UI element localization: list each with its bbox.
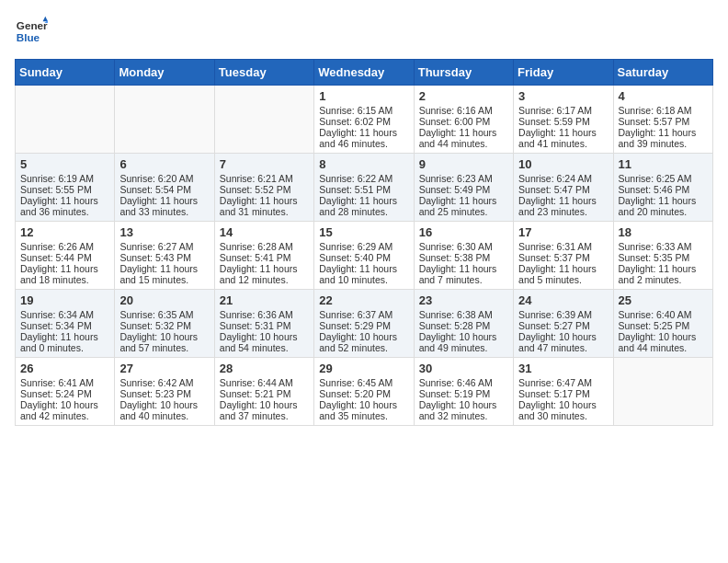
daylight-text: Daylight: 10 hours and 54 minutes. [220,331,309,353]
weekday-header-wednesday: Wednesday [314,60,414,86]
day-number: 8 [319,157,408,171]
sunrise-text: Sunrise: 6:44 AM [220,377,309,388]
day-number: 9 [419,157,508,171]
daylight-text: Daylight: 11 hours and 10 minutes. [319,263,408,285]
daylight-text: Daylight: 11 hours and 46 minutes. [319,127,408,149]
daylight-text: Daylight: 11 hours and 18 minutes. [20,263,109,285]
sunrise-text: Sunrise: 6:31 AM [518,241,608,252]
daylight-text: Daylight: 11 hours and 7 minutes. [419,263,508,285]
daylight-text: Daylight: 11 hours and 41 minutes. [518,127,608,149]
sunrise-text: Sunrise: 6:46 AM [419,377,508,388]
day-number: 7 [220,157,309,171]
daylight-text: Daylight: 10 hours and 42 minutes. [20,399,109,421]
calendar-cell: 6Sunrise: 6:20 AMSunset: 5:54 PMDaylight… [115,154,214,222]
calendar-week-3: 12Sunrise: 6:26 AMSunset: 5:44 PMDayligh… [16,222,713,290]
weekday-header-row: SundayMondayTuesdayWednesdayThursdayFrid… [16,60,713,86]
day-number: 16 [419,225,508,239]
sunrise-text: Sunrise: 6:37 AM [319,309,408,320]
day-number: 31 [518,362,608,375]
calendar-cell: 8Sunrise: 6:22 AMSunset: 5:51 PMDaylight… [314,154,414,222]
logo-icon: General Blue [15,15,48,48]
daylight-text: Daylight: 11 hours and 20 minutes. [619,195,708,217]
sunrise-text: Sunrise: 6:47 AM [518,377,608,388]
daylight-text: Daylight: 11 hours and 31 minutes. [220,195,309,217]
sunrise-text: Sunrise: 6:19 AM [20,173,109,184]
calendar-cell: 2Sunrise: 6:16 AMSunset: 6:00 PMDaylight… [414,86,513,154]
daylight-text: Daylight: 10 hours and 37 minutes. [220,399,309,421]
day-number: 29 [319,362,408,375]
sunset-text: Sunset: 5:52 PM [220,184,309,195]
day-number: 6 [119,157,209,171]
calendar-cell: 31Sunrise: 6:47 AMSunset: 5:17 PMDayligh… [514,358,613,426]
day-number: 13 [119,225,209,239]
calendar-cell: 11Sunrise: 6:25 AMSunset: 5:46 PMDayligh… [613,154,712,222]
calendar-cell: 17Sunrise: 6:31 AMSunset: 5:37 PMDayligh… [514,222,613,290]
sunrise-text: Sunrise: 6:26 AM [20,241,109,252]
calendar-cell: 27Sunrise: 6:42 AMSunset: 5:23 PMDayligh… [115,358,214,426]
calendar-week-5: 26Sunrise: 6:41 AMSunset: 5:24 PMDayligh… [16,358,713,426]
calendar-cell: 23Sunrise: 6:38 AMSunset: 5:28 PMDayligh… [414,290,513,358]
day-number: 22 [319,293,408,307]
sunrise-text: Sunrise: 6:42 AM [119,377,209,388]
sunrise-text: Sunrise: 6:38 AM [419,309,508,320]
sunset-text: Sunset: 5:57 PM [619,116,708,127]
calendar-cell: 4Sunrise: 6:18 AMSunset: 5:57 PMDaylight… [613,86,712,154]
sunset-text: Sunset: 5:31 PM [220,320,309,331]
day-number: 15 [319,225,408,239]
weekday-header-thursday: Thursday [414,60,513,86]
daylight-text: Daylight: 11 hours and 44 minutes. [419,127,508,149]
calendar-cell: 30Sunrise: 6:46 AMSunset: 5:19 PMDayligh… [414,358,513,426]
sunset-text: Sunset: 5:32 PM [119,320,209,331]
weekday-header-sunday: Sunday [16,60,115,86]
calendar-cell: 20Sunrise: 6:35 AMSunset: 5:32 PMDayligh… [115,290,214,358]
sunrise-text: Sunrise: 6:23 AM [419,173,508,184]
daylight-text: Daylight: 11 hours and 2 minutes. [619,263,708,285]
day-number: 23 [419,293,508,307]
calendar-week-1: 1Sunrise: 6:15 AMSunset: 6:02 PMDaylight… [16,86,713,154]
sunrise-text: Sunrise: 6:20 AM [119,173,209,184]
sunset-text: Sunset: 5:34 PM [20,320,109,331]
sunset-text: Sunset: 5:25 PM [619,320,708,331]
day-number: 25 [619,293,708,307]
calendar-cell [214,86,313,154]
sunset-text: Sunset: 5:17 PM [518,388,608,399]
sunset-text: Sunset: 5:23 PM [119,388,209,399]
calendar-cell: 3Sunrise: 6:17 AMSunset: 5:59 PMDaylight… [514,86,613,154]
daylight-text: Daylight: 10 hours and 30 minutes. [518,399,608,421]
sunset-text: Sunset: 6:00 PM [419,116,508,127]
day-number: 3 [518,89,608,103]
calendar-cell: 26Sunrise: 6:41 AMSunset: 5:24 PMDayligh… [16,358,115,426]
calendar-cell: 18Sunrise: 6:33 AMSunset: 5:35 PMDayligh… [613,222,712,290]
calendar-cell: 9Sunrise: 6:23 AMSunset: 5:49 PMDaylight… [414,154,513,222]
sunrise-text: Sunrise: 6:28 AM [220,241,309,252]
day-number: 17 [518,225,608,239]
day-number: 1 [319,89,408,103]
sunset-text: Sunset: 5:29 PM [319,320,408,331]
day-number: 30 [419,362,508,375]
sunrise-text: Sunrise: 6:39 AM [518,309,608,320]
sunset-text: Sunset: 5:19 PM [419,388,508,399]
svg-text:Blue: Blue [17,31,40,43]
calendar-cell: 16Sunrise: 6:30 AMSunset: 5:38 PMDayligh… [414,222,513,290]
sunrise-text: Sunrise: 6:33 AM [619,241,708,252]
sunrise-text: Sunrise: 6:21 AM [220,173,309,184]
sunset-text: Sunset: 5:47 PM [518,184,608,195]
day-number: 14 [220,225,309,239]
sunrise-text: Sunrise: 6:16 AM [419,105,508,116]
logo: General Blue [15,15,51,48]
day-number: 20 [119,293,209,307]
weekday-header-saturday: Saturday [613,60,712,86]
sunset-text: Sunset: 5:40 PM [319,252,408,263]
calendar-cell: 28Sunrise: 6:44 AMSunset: 5:21 PMDayligh… [214,358,313,426]
page-header: General Blue [15,15,713,48]
sunset-text: Sunset: 5:21 PM [220,388,309,399]
sunrise-text: Sunrise: 6:27 AM [119,241,209,252]
calendar-cell: 14Sunrise: 6:28 AMSunset: 5:41 PMDayligh… [214,222,313,290]
calendar-cell: 25Sunrise: 6:40 AMSunset: 5:25 PMDayligh… [613,290,712,358]
sunrise-text: Sunrise: 6:29 AM [319,241,408,252]
sunset-text: Sunset: 5:27 PM [518,320,608,331]
calendar-cell [115,86,214,154]
sunset-text: Sunset: 5:41 PM [220,252,309,263]
sunrise-text: Sunrise: 6:25 AM [619,173,708,184]
day-number: 24 [518,293,608,307]
